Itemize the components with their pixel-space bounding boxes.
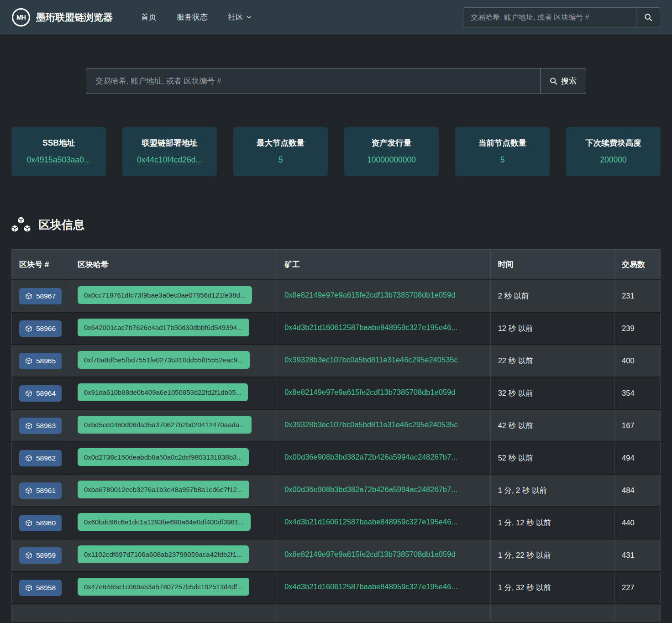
block-number-badge[interactable]: 58964 bbox=[19, 385, 62, 402]
block-hash-badge[interactable]: 0xf70a8df5e5fbd7551fe0273b310dd55f05552e… bbox=[78, 351, 250, 369]
chevron-down-icon bbox=[247, 16, 252, 19]
col-header-tx-count: 交易数 bbox=[614, 250, 661, 280]
block-time: 2 秒 以前 bbox=[490, 280, 614, 312]
cube-icon bbox=[25, 390, 32, 397]
tx-count: 431 bbox=[614, 539, 661, 571]
cube-icon bbox=[25, 487, 32, 494]
stat-title: 联盟链部署地址 bbox=[122, 137, 217, 148]
cube-icon bbox=[25, 519, 32, 527]
stat-title: 资产发行量 bbox=[344, 137, 439, 148]
blocks-section-title: 区块信息 bbox=[39, 217, 84, 232]
block-hash-badge[interactable]: 0xbd5ce0460d06da35a370627b2bd20412470aad… bbox=[78, 416, 252, 434]
miner-address-link[interactable]: 0x8e82149e97e9a615fe2cdf13b7385708db1e05… bbox=[284, 550, 455, 559]
block-number-badge[interactable]: 58965 bbox=[19, 353, 62, 369]
hero-search-input[interactable] bbox=[86, 68, 540, 94]
table-row: 589580x47e6465e1c069a53a57807257b5dc1925… bbox=[12, 571, 661, 604]
block-time: 1 分, 12 秒 以前 bbox=[490, 507, 614, 539]
block-number-badge[interactable]: 58960 bbox=[19, 515, 62, 531]
block-time: 42 秒 以前 bbox=[490, 409, 614, 442]
block-hash-badge[interactable]: 0x642001cac7b7626e4ad17b50d30dbbf6d54939… bbox=[78, 319, 249, 336]
stat-title: 当前节点数量 bbox=[455, 137, 550, 148]
block-number-badge[interactable]: 58961 bbox=[19, 482, 62, 499]
miner-address-link[interactable]: 0x00d36e908b3bd382a72b426a5994ac248267b7… bbox=[284, 453, 457, 461]
miner-address-link[interactable]: 0x39328b3ec107bc0a5bd811e31e46c295e24053… bbox=[284, 356, 458, 364]
nav-item-home[interactable]: 首页 bbox=[141, 12, 157, 22]
block-hash-badge[interactable]: 0x60bdc96c6e1dc1a1293be690a64e0df400df39… bbox=[78, 513, 251, 531]
cube-icon bbox=[25, 552, 32, 559]
stat-title: 最大节点数量 bbox=[233, 137, 328, 148]
search-icon bbox=[550, 77, 557, 85]
stat-value: 5 bbox=[455, 155, 550, 165]
block-time: 22 秒 以前 bbox=[490, 345, 614, 377]
miner-address-link[interactable]: 0x39328b3ec107bc0a5bd811e31e46c295e24053… bbox=[284, 420, 458, 429]
block-number-badge[interactable]: 58959 bbox=[19, 547, 62, 564]
table-row: 589590x1102cdf697d7106a608ab23799059aca4… bbox=[12, 539, 661, 571]
block-hash-badge[interactable]: 0x1102cdf697d7106a608ab23799059aca42fdb2… bbox=[78, 545, 249, 563]
search-icon bbox=[644, 13, 652, 21]
col-header-block-hash: 区块哈希 bbox=[70, 250, 277, 280]
nav-item-label: 社区 bbox=[228, 12, 243, 22]
block-number: 58958 bbox=[36, 584, 56, 592]
block-number: 58967 bbox=[36, 292, 56, 300]
navbar-search-button[interactable] bbox=[636, 7, 660, 27]
navbar-search-input[interactable] bbox=[463, 7, 636, 27]
block-number-badge[interactable]: 58967 bbox=[19, 288, 62, 304]
stat-card-max-nodes: 最大节点数量 5 bbox=[233, 127, 328, 176]
block-time: 1 分, 2 秒 以前 bbox=[490, 474, 614, 507]
block-time: 52 秒 以前 bbox=[490, 442, 614, 474]
table-header-row: 区块号 # 区块哈希 矿工 时间 交易数 bbox=[12, 250, 661, 280]
miner-address-link[interactable]: 0x4d3b21d160612587baabe848959c327e195e46… bbox=[284, 582, 457, 591]
cube-icon bbox=[25, 325, 32, 332]
cube-icon bbox=[25, 455, 32, 462]
ssb-address-link[interactable]: 0x4915a503aa0... bbox=[26, 155, 90, 165]
stat-title: SSB地址 bbox=[11, 137, 106, 148]
miner-address-link[interactable]: 0x8e82149e97e9a615fe2cdf13b7385708db1e05… bbox=[284, 291, 455, 299]
nav-item-community[interactable]: 社区 bbox=[228, 12, 252, 22]
block-number-badge[interactable]: 58962 bbox=[19, 450, 62, 466]
col-header-miner: 矿工 bbox=[277, 250, 491, 280]
tx-count: 354 bbox=[614, 377, 661, 409]
stat-card-ssb-address: SSB地址 0x4915a503aa0... bbox=[11, 127, 106, 176]
tx-count: 484 bbox=[614, 474, 661, 507]
miner-address-link[interactable]: 0x4d3b21d160612587baabe848959c327e195e46… bbox=[284, 518, 457, 526]
tx-count: 400 bbox=[614, 345, 661, 377]
miner-address-link[interactable]: 0x8e82149e97e9a615fe2cdf13b7385708db1e05… bbox=[284, 388, 455, 397]
block-hash-badge[interactable]: 0x47e6465e1c069a53a57807257b5dc192513d4d… bbox=[78, 578, 249, 596]
miner-address-link[interactable]: 0x4d3b21d160612587baabe848959c327e195e46… bbox=[284, 323, 457, 332]
block-number: 58960 bbox=[36, 519, 56, 527]
miner-address-link[interactable]: 0x00d36e908b3bd382a72b426a5994ac248267b7… bbox=[284, 485, 457, 494]
block-time: 1 分, 22 秒 以前 bbox=[490, 539, 614, 571]
block-number-badge[interactable]: 58958 bbox=[19, 580, 62, 596]
stat-card-current-nodes: 当前节点数量 5 bbox=[455, 127, 550, 176]
block-number-badge[interactable]: 58966 bbox=[19, 320, 62, 337]
tx-count: 239 bbox=[614, 312, 661, 345]
navbar-brand[interactable]: MH 墨珩联盟链浏览器 bbox=[12, 8, 113, 26]
col-header-time: 时间 bbox=[490, 250, 614, 280]
block-hash-badge[interactable]: 0x91da610b88de0b409a6e1050853d22fd2f1db0… bbox=[78, 383, 248, 401]
nav-links: 首页 服务状态 社区 bbox=[141, 12, 252, 22]
stat-value: 200000 bbox=[566, 155, 661, 165]
tx-count: 494 bbox=[614, 442, 661, 474]
nav-item-service-status[interactable]: 服务状态 bbox=[177, 12, 208, 22]
stats-row: SSB地址 0x4915a503aa0... 联盟链部署地址 0x44c10f4… bbox=[11, 127, 661, 176]
block-number: 58966 bbox=[36, 325, 56, 333]
hero-search-button-label: 搜索 bbox=[561, 76, 577, 86]
deploy-address-link[interactable]: 0x44c10f4cd26d... bbox=[137, 155, 202, 165]
navbar: MH 墨珩联盟链浏览器 首页 服务状态 社区 bbox=[0, 0, 672, 34]
blocks-section-header: 区块信息 bbox=[11, 216, 661, 233]
block-hash-badge[interactable]: 0x0d2738c150deabdb8a50a0c2dcf9803131838b… bbox=[78, 448, 249, 466]
nav-item-label: 首页 bbox=[141, 12, 157, 22]
table-row: 589670x0cc718761dfc73f9bae3a0ec0ae07856d… bbox=[12, 280, 661, 312]
block-number: 58964 bbox=[36, 389, 56, 398]
block-number: 58963 bbox=[36, 422, 56, 430]
block-hash-badge[interactable]: 0xba6780012ecb3276a1b3e48a957b8a1cd6e7f1… bbox=[78, 481, 249, 498]
table-row: 589640x91da610b88de0b409a6e1050853d22fd2… bbox=[12, 377, 661, 409]
block-number: 58961 bbox=[36, 487, 56, 495]
hero-search-button[interactable]: 搜索 bbox=[540, 68, 586, 94]
nav-item-label: 服务状态 bbox=[177, 12, 208, 22]
table-row: 589610xba6780012ecb3276a1b3e48a957b8a1cd… bbox=[12, 474, 661, 507]
block-hash-badge[interactable]: 0x0cc718761dfc73f9bae3a0ec0ae07856d121fe… bbox=[78, 286, 252, 304]
block-number-badge[interactable]: 58963 bbox=[19, 418, 62, 434]
stat-value: 10000000000 bbox=[344, 155, 439, 165]
brand-title: 墨珩联盟链浏览器 bbox=[36, 11, 113, 24]
